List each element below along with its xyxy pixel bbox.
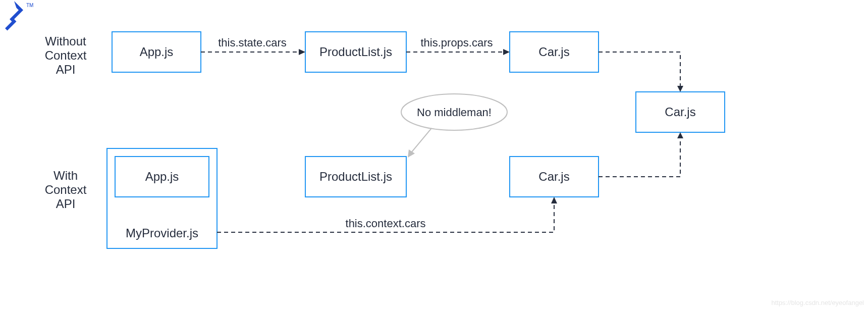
svg-text:MyProvider.js: MyProvider.js — [126, 226, 198, 240]
svg-text:App.js: App.js — [140, 45, 174, 59]
svg-marker-36 — [408, 149, 415, 158]
svg-text:API: API — [56, 63, 76, 76]
svg-text:Car.js: Car.js — [665, 105, 695, 119]
r1-car-box: Car.js — [510, 32, 599, 72]
svg-text:ProductList.js: ProductList.js — [319, 45, 392, 59]
svg-text:Car.js: Car.js — [538, 45, 569, 59]
svg-marker-18 — [677, 86, 683, 92]
svg-text:No middleman!: No middleman! — [417, 106, 492, 119]
svg-marker-32 — [677, 132, 683, 138]
svg-text:this.context.cars: this.context.cars — [346, 217, 426, 230]
arrow-r2-to-shared — [599, 132, 683, 177]
svg-text:ProductList.js: ProductList.js — [319, 170, 392, 183]
r2-car-box: Car.js — [510, 157, 599, 197]
svg-text:Without: Without — [45, 34, 86, 48]
svg-text:this.state.cars: this.state.cars — [218, 36, 287, 49]
svg-text:Context: Context — [45, 48, 87, 62]
r1-productlist-box: ProductList.js — [305, 32, 406, 72]
r2-app-box: App.js — [115, 157, 209, 197]
svg-text:Context: Context — [45, 183, 87, 196]
arrow-r1-state: this.state.cars — [201, 36, 305, 55]
shared-car-box: Car.js — [636, 92, 725, 132]
svg-text:Car.js: Car.js — [538, 170, 569, 183]
callout-no-middleman: No middleman! — [401, 94, 507, 158]
toptal-logo-icon — [5, 1, 23, 31]
svg-marker-16 — [503, 49, 510, 55]
svg-marker-0 — [5, 1, 23, 31]
svg-text:this.props.cars: this.props.cars — [420, 36, 493, 49]
row1-label: Without Context API — [45, 34, 87, 76]
svg-text:API: API — [56, 197, 76, 211]
diagram-canvas: TM Without Context API App.js ProductLis… — [0, 0, 868, 309]
svg-marker-30 — [551, 197, 557, 203]
svg-line-35 — [411, 128, 431, 152]
r2-productlist-box: ProductList.js — [305, 157, 406, 197]
arrow-r1-props: this.props.cars — [406, 36, 510, 55]
row2-label: With Context API — [45, 169, 87, 211]
watermark: https://blog.csdn.net/eyeofangel — [771, 299, 864, 306]
svg-text:With: With — [53, 169, 78, 182]
r1-app-box: App.js — [112, 32, 201, 72]
svg-marker-13 — [299, 49, 305, 55]
arrow-r2-context: this.context.cars — [217, 197, 557, 232]
arrow-r1-to-shared — [599, 52, 683, 92]
svg-text:App.js: App.js — [145, 170, 179, 183]
logo-tm: TM — [26, 3, 33, 8]
